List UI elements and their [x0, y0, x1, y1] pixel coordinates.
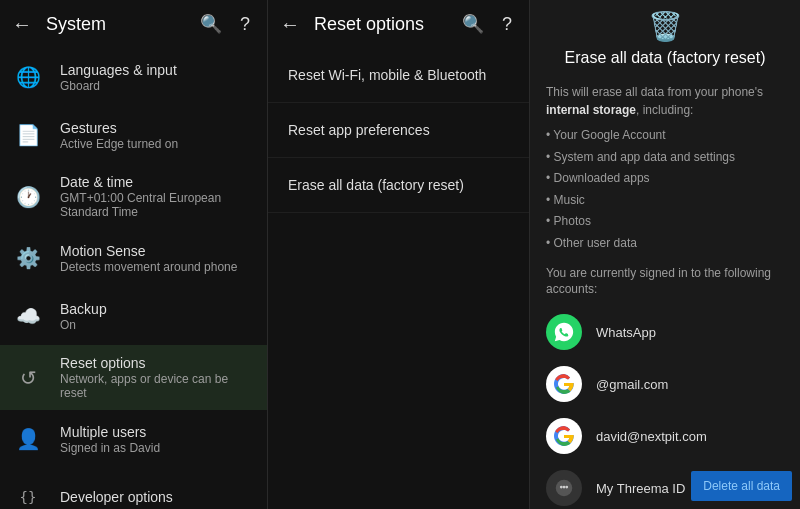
left-back-button[interactable]: ← — [10, 12, 34, 36]
middle-help-icon[interactable]: ? — [495, 12, 519, 36]
erase-desc-bold: internal storage — [546, 103, 636, 117]
menu-item-reset[interactable]: ↺ Reset options Network, apps or device … — [0, 345, 267, 410]
motion-title: Motion Sense — [60, 243, 237, 259]
gmail-avatar — [546, 366, 582, 402]
bullet-item-5: • Other user data — [546, 233, 784, 255]
motion-subtitle: Detects movement around phone — [60, 260, 237, 274]
threema-name: My Threema ID — [596, 481, 685, 496]
account-whatsapp: WhatsApp — [546, 306, 784, 358]
right-panel-content: 🗑️ Erase all data (factory reset) This w… — [530, 0, 800, 509]
multiusers-icon: 👤 — [16, 427, 40, 451]
whatsapp-avatar — [546, 314, 582, 350]
bullet-item-3: • Music — [546, 190, 784, 212]
erase-header: 🗑️ Erase all data (factory reset) — [546, 0, 784, 83]
multiusers-subtitle: Signed in as David — [60, 441, 160, 455]
svg-point-1 — [560, 486, 563, 489]
bullet-item-2: • Downloaded apps — [546, 168, 784, 190]
gmail-name: @gmail.com — [596, 377, 668, 392]
languages-icon: 🌐 — [16, 65, 40, 89]
middle-header-icons: 🔍 ? — [461, 12, 519, 36]
erase-bullet-list: • Your Google Account • System and app d… — [546, 125, 784, 255]
threema-avatar — [546, 470, 582, 506]
reset-icon: ↺ — [16, 366, 40, 390]
gestures-title: Gestures — [60, 120, 178, 136]
menu-item-developer[interactable]: {} Developer options — [0, 468, 267, 509]
left-search-icon[interactable]: 🔍 — [199, 12, 223, 36]
nextpit-name: david@nextpit.com — [596, 429, 707, 444]
gestures-icon: 📄 — [16, 123, 40, 147]
erase-desc-before: This will erase all data from your phone… — [546, 85, 763, 99]
erase-desc-after: , including: — [636, 103, 693, 117]
reset-subtitle: Network, apps or device can be reset — [60, 372, 251, 400]
bullet-item-0: • Your Google Account — [546, 125, 784, 147]
middle-back-button[interactable]: ← — [278, 12, 302, 36]
reset-app-label: Reset app preferences — [288, 122, 430, 138]
datetime-icon: 🕐 — [16, 185, 40, 209]
accounts-intro: You are currently signed in to the follo… — [546, 265, 784, 299]
backup-icon: ☁️ — [16, 304, 40, 328]
left-header-icons: 🔍 ? — [199, 12, 257, 36]
middle-header: ← Reset options 🔍 ? — [268, 0, 529, 48]
menu-item-backup[interactable]: ☁️ Backup On — [0, 287, 267, 345]
datetime-subtitle: GMT+01:00 Central European Standard Time — [60, 191, 251, 219]
svg-point-3 — [565, 486, 568, 489]
delete-btn-container: Delete all data — [691, 471, 792, 501]
bullet-item-1: • System and app data and settings — [546, 147, 784, 169]
middle-panel-title: Reset options — [314, 14, 449, 35]
multiusers-title: Multiple users — [60, 424, 160, 440]
reset-app-item[interactable]: Reset app preferences — [268, 103, 529, 158]
datetime-title: Date & time — [60, 174, 251, 190]
erase-description: This will erase all data from your phone… — [546, 83, 784, 119]
developer-icon: {} — [16, 489, 40, 505]
trash-icon: 🗑️ — [648, 10, 683, 43]
backup-subtitle: On — [60, 318, 107, 332]
account-gmail: @gmail.com — [546, 358, 784, 410]
right-panel: 🗑️ Erase all data (factory reset) This w… — [530, 0, 800, 509]
nextpit-avatar — [546, 418, 582, 454]
menu-item-multiusers[interactable]: 👤 Multiple users Signed in as David — [0, 410, 267, 468]
erase-title: Erase all data (factory reset) — [565, 49, 766, 67]
bullet-item-4: • Photos — [546, 211, 784, 233]
left-panel: ← System 🔍 ? 🌐 Languages & input Gboard … — [0, 0, 268, 509]
gestures-subtitle: Active Edge turned on — [60, 137, 178, 151]
backup-title: Backup — [60, 301, 107, 317]
motion-icon: ⚙️ — [16, 246, 40, 270]
left-header: ← System 🔍 ? — [0, 0, 267, 48]
menu-item-languages[interactable]: 🌐 Languages & input Gboard — [0, 48, 267, 106]
languages-subtitle: Gboard — [60, 79, 177, 93]
middle-panel: ← Reset options 🔍 ? Reset Wi-Fi, mobile … — [268, 0, 530, 509]
svg-point-2 — [563, 486, 566, 489]
menu-item-gestures[interactable]: 📄 Gestures Active Edge turned on — [0, 106, 267, 164]
middle-search-icon[interactable]: 🔍 — [461, 12, 485, 36]
reset-title: Reset options — [60, 355, 251, 371]
reset-wifi-label: Reset Wi-Fi, mobile & Bluetooth — [288, 67, 486, 83]
left-menu-list: 🌐 Languages & input Gboard 📄 Gestures Ac… — [0, 48, 267, 509]
whatsapp-name: WhatsApp — [596, 325, 656, 340]
left-panel-title: System — [46, 14, 187, 35]
reset-wifi-item[interactable]: Reset Wi-Fi, mobile & Bluetooth — [268, 48, 529, 103]
factory-reset-item[interactable]: Erase all data (factory reset) — [268, 158, 529, 213]
menu-item-motion[interactable]: ⚙️ Motion Sense Detects movement around … — [0, 229, 267, 287]
delete-all-data-button[interactable]: Delete all data — [691, 471, 792, 501]
factory-reset-label: Erase all data (factory reset) — [288, 177, 464, 193]
languages-title: Languages & input — [60, 62, 177, 78]
reset-menu-list: Reset Wi-Fi, mobile & Bluetooth Reset ap… — [268, 48, 529, 213]
menu-item-datetime[interactable]: 🕐 Date & time GMT+01:00 Central European… — [0, 164, 267, 229]
left-help-icon[interactable]: ? — [233, 12, 257, 36]
developer-title: Developer options — [60, 489, 173, 505]
account-nextpit: david@nextpit.com — [546, 410, 784, 462]
